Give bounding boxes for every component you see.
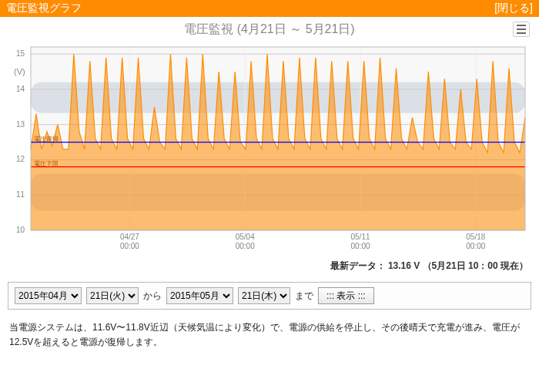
svg-text:05/18: 05/18 (466, 233, 485, 241)
chart-title-row: 電圧監視 (4月21日 ～ 5月21日) (0, 17, 539, 39)
svg-text:00:00: 00:00 (466, 242, 485, 250)
to-label: まで (295, 290, 313, 303)
close-link[interactable]: [閉じる] (494, 2, 533, 15)
svg-text:11: 11 (16, 190, 25, 199)
submit-button[interactable]: ::: 表示 ::: (318, 287, 374, 304)
svg-text:電圧復帰: 電圧復帰 (34, 136, 59, 142)
y-axis-unit: (V) (14, 67, 25, 76)
svg-text:10: 10 (16, 226, 25, 234)
svg-text:13: 13 (16, 120, 25, 129)
system-note: 当電源システムは、11.6V〜11.8V近辺（天候気温により変化）で、電源の供給… (0, 310, 539, 365)
header-bar: 電圧監視グラフ [閉じる] (0, 0, 539, 17)
chart-container: (V) 10111213141504/2700:0005/0400:0005/1… (0, 39, 539, 258)
from-day-select[interactable]: 21日(火) (86, 287, 139, 304)
svg-text:00:00: 00:00 (236, 242, 255, 250)
chart-title: 電圧監視 (4月21日 ～ 5月21日) (184, 22, 354, 38)
chart-menu-button[interactable] (513, 22, 530, 37)
from-label: から (143, 290, 162, 303)
from-month-select[interactable]: 2015年04月 (15, 287, 82, 304)
svg-text:12: 12 (16, 155, 25, 163)
svg-text:14: 14 (16, 85, 25, 93)
svg-text:05/11: 05/11 (350, 233, 370, 241)
svg-text:00:00: 00:00 (350, 242, 370, 250)
svg-text:電圧下限: 電圧下限 (34, 160, 59, 167)
date-range-controls: 2015年04月 21日(火) から 2015年05月 21日(木) まで ::… (8, 282, 531, 310)
voltage-chart: 10111213141504/2700:0005/0400:0005/1100:… (0, 39, 539, 258)
svg-text:04/27: 04/27 (120, 233, 139, 241)
to-day-select[interactable]: 21日(木) (238, 287, 290, 304)
svg-text:00:00: 00:00 (120, 242, 139, 250)
header-title: 電圧監視グラフ (6, 2, 82, 15)
svg-text:15: 15 (16, 49, 25, 58)
to-month-select[interactable]: 2015年05月 (166, 287, 233, 304)
svg-text:05/04: 05/04 (236, 233, 255, 241)
latest-reading: 最新データ： 13.16 V （5月21日 10：00 現在） (0, 258, 539, 279)
